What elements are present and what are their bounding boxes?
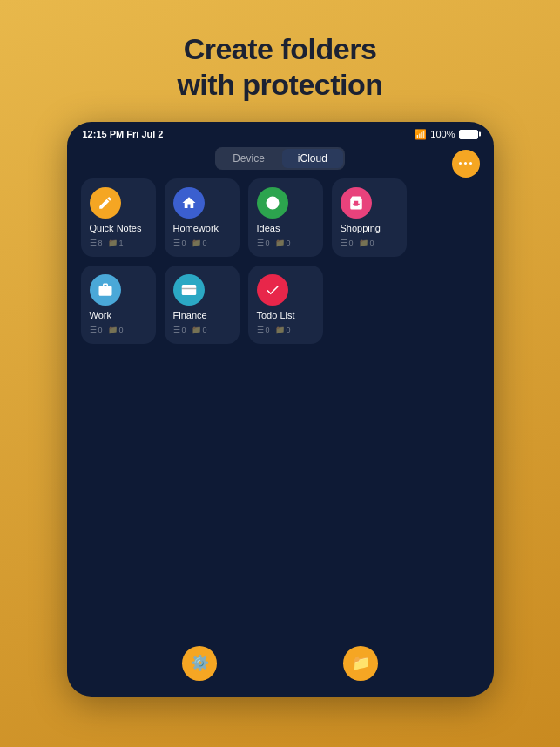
folder-name: Work bbox=[90, 311, 111, 320]
header-line1: Create folders bbox=[184, 32, 377, 65]
folder-icon bbox=[173, 274, 205, 306]
notes-count: ☰ 0 bbox=[90, 326, 103, 334]
folder-name: Ideas bbox=[257, 224, 280, 233]
folder-icon bbox=[90, 187, 121, 219]
folder-card[interactable]: Quick Notes ☰ 8 📁 1 bbox=[81, 178, 156, 257]
status-right: 📶 100% bbox=[415, 129, 477, 140]
folder-card[interactable]: Homework ☰ 0 📁 0 bbox=[165, 178, 240, 257]
folder-card[interactable]: Finance ☰ 0 📁 0 bbox=[165, 266, 240, 344]
folder-name: Todo List bbox=[257, 311, 295, 320]
folder-button[interactable]: 📁 bbox=[343, 646, 378, 681]
notes-count: ☰ 0 bbox=[173, 326, 186, 334]
folder-icon: 📁 bbox=[352, 654, 370, 672]
more-button[interactable] bbox=[452, 150, 480, 178]
folder-meta: ☰ 0 📁 0 bbox=[257, 326, 291, 334]
notes-count: ☰ 0 bbox=[257, 239, 270, 247]
folders-count: 📁 0 bbox=[359, 239, 374, 247]
notes-count: ☰ 0 bbox=[173, 239, 186, 247]
folder-icon bbox=[341, 187, 372, 219]
folders-count: 📁 0 bbox=[192, 326, 207, 334]
segment-device[interactable]: Device bbox=[217, 149, 280, 168]
header-line2: with protection bbox=[177, 68, 382, 101]
more-dots-icon bbox=[459, 162, 472, 165]
folders-grid: Quick Notes ☰ 8 📁 1 Homework ☰ 0 bbox=[67, 178, 494, 358]
play-icon: ⚙️ bbox=[191, 654, 209, 672]
bottom-toolbar: ⚙️ 📁 bbox=[67, 646, 494, 681]
folders-count: 📁 1 bbox=[108, 239, 124, 247]
folders-count: 📁 0 bbox=[275, 239, 291, 247]
notes-count: ☰ 0 bbox=[257, 326, 270, 334]
folder-card[interactable]: Shopping ☰ 0 📁 0 bbox=[332, 178, 407, 257]
folder-card[interactable]: Ideas ☰ 0 📁 0 bbox=[248, 178, 323, 257]
folders-count: 📁 0 bbox=[108, 326, 124, 334]
play-button[interactable]: ⚙️ bbox=[182, 646, 217, 681]
battery-icon bbox=[459, 130, 478, 139]
notes-count: ☰ 8 bbox=[90, 239, 103, 247]
folder-meta: ☰ 0 📁 0 bbox=[90, 326, 124, 334]
folder-icon bbox=[257, 274, 288, 306]
folders-count: 📁 0 bbox=[275, 326, 291, 334]
page-title: Create folders with protection bbox=[177, 31, 382, 103]
folder-icon bbox=[173, 187, 205, 219]
folder-name: Finance bbox=[173, 311, 207, 320]
segment-container: Device iCloud bbox=[67, 144, 494, 178]
folder-card[interactable]: Todo List ☰ 0 📁 0 bbox=[248, 266, 323, 344]
folder-name: Homework bbox=[173, 224, 219, 233]
folder-name: Quick Notes bbox=[90, 224, 142, 233]
folder-name: Shopping bbox=[341, 224, 381, 233]
svg-rect-1 bbox=[181, 285, 196, 295]
status-bar: 12:15 PM Fri Jul 2 📶 100% bbox=[67, 122, 494, 144]
folder-meta: ☰ 0 📁 0 bbox=[257, 239, 291, 247]
folder-icon bbox=[90, 274, 121, 306]
segment-icloud[interactable]: iCloud bbox=[282, 149, 343, 168]
wifi-icon: 📶 bbox=[415, 129, 427, 140]
notes-count: ☰ 0 bbox=[341, 239, 354, 247]
folder-meta: ☰ 0 📁 0 bbox=[341, 239, 374, 247]
battery-fill bbox=[460, 131, 477, 138]
folder-meta: ☰ 8 📁 1 bbox=[90, 239, 124, 247]
segment-control: Device iCloud bbox=[215, 147, 345, 170]
status-time: 12:15 PM Fri Jul 2 bbox=[83, 129, 164, 139]
folder-meta: ☰ 0 📁 0 bbox=[173, 326, 207, 334]
folder-meta: ☰ 0 📁 0 bbox=[173, 239, 207, 247]
folders-count: 📁 0 bbox=[192, 239, 207, 247]
folder-icon bbox=[257, 187, 288, 219]
folder-card[interactable]: Work ☰ 0 📁 0 bbox=[81, 266, 156, 344]
battery-percent: 100% bbox=[430, 129, 455, 139]
tablet-frame: 12:15 PM Fri Jul 2 📶 100% Device iCloud bbox=[67, 122, 494, 697]
